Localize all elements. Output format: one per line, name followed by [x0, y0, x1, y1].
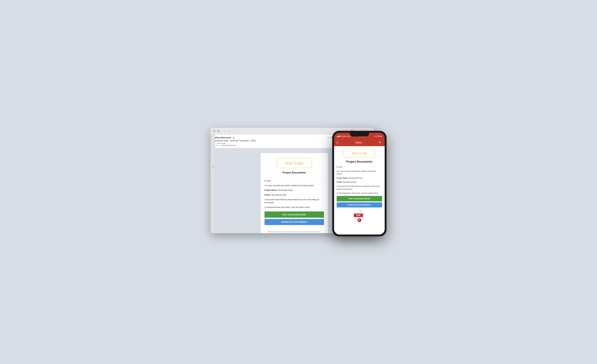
mobile-transmittal-note: A document transmittal has been attached…	[337, 185, 382, 190]
download-note: To download these documents, click the b…	[265, 206, 324, 209]
mobile-device: Vodafone AU 1:46 pm ⊕ ₿ 63% ▮ ≡ Inbox 🔍	[332, 131, 387, 237]
email-content-card: Your Logo Project Documents Hi John, You…	[261, 153, 328, 233]
folder-line: Folder: Mechanical DWG	[265, 194, 324, 197]
footer-sign-up-suffix: for your free business account.	[299, 231, 321, 233]
to-value: John Smith,	[217, 142, 226, 144]
svg-text:↓: ↓	[359, 219, 360, 222]
hamburger-icon[interactable]: ≡	[337, 141, 338, 144]
toolbar-btn-1[interactable]	[213, 130, 216, 132]
sign-up-link[interactable]: Sign Up	[293, 231, 298, 233]
footer-or: or	[291, 231, 292, 233]
toolbar-back-button[interactable]: ‹	[224, 129, 226, 133]
signal-dot-1	[337, 136, 337, 137]
mobile-pdf-icon: PDF ↓	[337, 209, 382, 222]
project-name-label: Project Name:	[265, 189, 277, 191]
pdf-svg: PDF ↓	[354, 209, 365, 222]
view-transmittal-button[interactable]: View Transmittal Details	[265, 212, 324, 218]
mobile-status-icons: ⊕ ₿ 63% ▮	[374, 135, 382, 137]
mobile-carrier-section: Vodafone AU	[337, 135, 351, 137]
footer-prefix: View the project in	[267, 231, 281, 233]
email-buttons: View Transmittal Details DOWNLOAD DOCUME…	[265, 212, 324, 225]
footer-line1: View the project in Your Account or Sign…	[265, 230, 324, 233]
transmittal-note: A document transmittal has been attached…	[265, 198, 324, 204]
location-icon: ⊕	[374, 135, 375, 137]
bluetooth-icon: ₿	[376, 135, 377, 137]
signal-dot-3	[338, 136, 339, 137]
email-footer: View the project in Your Account or Sign…	[265, 228, 324, 233]
mobile-inbox-title: Inbox	[355, 141, 362, 144]
email-body-text: Hi John, You have received documents rel…	[265, 179, 324, 209]
email-title: Project Documents	[265, 171, 324, 177]
mobile-project-value: Residential Tower	[349, 177, 363, 179]
signal-dot-4	[339, 135, 340, 137]
mobile-notch	[350, 133, 369, 136]
email-from-section: Ashley Stevenson 🔒	[213, 136, 235, 139]
mobile-download-note: To download these documents, click the b…	[337, 192, 382, 195]
mobile-folder-label: Folder:	[337, 181, 343, 183]
scene: ‹ ‹‹ › ⎙ 🚩 ▾ 📁 Move to... Ashley Stevens…	[211, 127, 387, 237]
download-documents-button[interactable]: DOWNLOAD DOCUMENTS	[265, 219, 324, 225]
mobile-folder-line: Folder: Mechanical DWG	[337, 181, 382, 184]
sidebar-number: 15	[212, 166, 214, 168]
mobile-folder-value: Mechanical DWG	[343, 181, 357, 183]
email-folder-icon: 📁	[327, 136, 330, 139]
project-name-line: Project Name: Residential Tower	[265, 189, 324, 192]
mobile-intro: You have received documents related to t…	[337, 170, 382, 175]
intro: You have received documents related to t…	[265, 184, 324, 187]
battery-icon: ▮	[381, 135, 382, 137]
carrier-name: Vodafone AU	[341, 135, 351, 137]
mobile-project-label: Project Name:	[337, 177, 348, 179]
mobile-screen: Vodafone AU 1:46 pm ⊕ ₿ 63% ▮ ≡ Inbox 🔍	[334, 133, 385, 235]
logo-text: Your Logo	[285, 160, 303, 165]
email-sidebar: 15	[211, 135, 215, 233]
signal-dot-2	[338, 136, 338, 137]
email-from-name: Ashley Stevenson	[213, 136, 231, 139]
toolbar-back2-button[interactable]: ‹‹	[228, 129, 231, 133]
battery-percent: 63%	[377, 135, 381, 137]
mobile-logo-placeholder: Your Logo	[343, 149, 375, 158]
svg-text:PDF: PDF	[356, 214, 361, 216]
logo-placeholder: Your Logo	[277, 158, 312, 168]
toolbar-forward-button[interactable]: ›	[232, 129, 235, 133]
mobile-search-icon[interactable]: 🔍	[379, 141, 382, 144]
folder-label: Folder:	[265, 194, 271, 196]
greeting: Hi John,	[265, 179, 324, 182]
toolbar-btn-2[interactable]	[217, 130, 220, 132]
project-name-value: Residential Tower	[278, 189, 293, 191]
toolbar-separator	[222, 129, 222, 133]
mobile-view-transmittal-button[interactable]: View Transmittal Details	[337, 196, 382, 201]
battery-indicator: 63% ▮	[377, 135, 382, 137]
your-account-link[interactable]: Your Account	[281, 231, 291, 233]
mobile-email-body: Your Logo Project Documents Hi John, You…	[334, 146, 385, 235]
lock-icon: 🔒	[233, 137, 235, 139]
mobile-nav-bar: ≡ Inbox 🔍	[334, 139, 385, 146]
mobile-download-documents-button[interactable]: DOWNLOAD DOCUMENTS	[337, 202, 382, 207]
reply-to-value: Ashley Stevenson	[222, 144, 236, 146]
mobile-greeting: Hi John,	[337, 166, 382, 169]
folder-value: Mechanical DWG	[272, 194, 286, 196]
mobile-logo-text: Your Logo	[351, 151, 367, 155]
signal-dots	[337, 135, 340, 137]
mobile-project-line: Project Name: Residential Tower	[337, 177, 382, 180]
mobile-email-title: Project Documents	[337, 160, 382, 163]
